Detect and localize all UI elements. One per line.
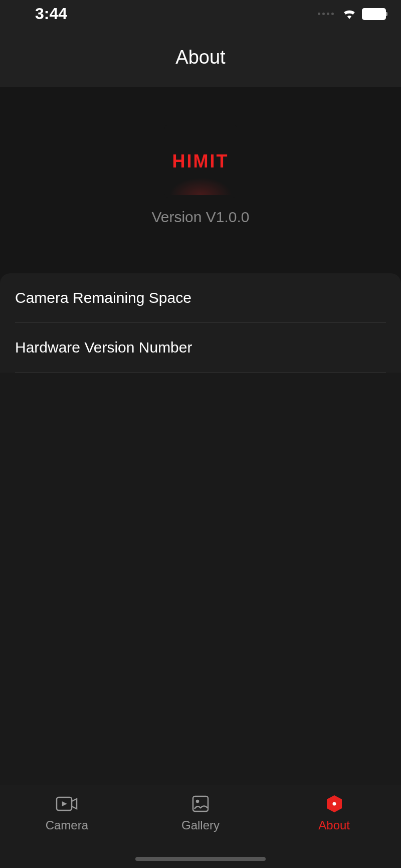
content-area: HIMIT Version V1.0.0 Camera Remaining Sp…: [0, 87, 401, 814]
tab-label: Camera: [46, 818, 88, 832]
tab-camera[interactable]: Camera: [0, 794, 134, 868]
status-time: 3:44: [35, 5, 67, 23]
page-title: About: [175, 47, 225, 68]
svg-point-4: [332, 802, 336, 806]
list-item-label: Hardware Version Number: [15, 339, 192, 356]
camera-icon: [56, 794, 78, 813]
wifi-icon: [342, 7, 357, 21]
svg-point-2: [196, 800, 198, 802]
tab-label: Gallery: [181, 818, 220, 832]
version-label: Version V1.0.0: [151, 209, 249, 226]
tab-bar: Camera Gallery About: [0, 785, 401, 868]
list-item-camera-space[interactable]: Camera Remaining Space: [15, 273, 386, 323]
page-header: About: [0, 28, 401, 87]
list-item-hardware-version[interactable]: Hardware Version Number: [15, 323, 386, 373]
tab-about[interactable]: About: [267, 794, 401, 868]
list-item-label: Camera Remaining Space: [15, 289, 191, 306]
home-indicator[interactable]: [135, 857, 266, 861]
status-icons: [318, 7, 386, 21]
about-icon: [325, 794, 344, 813]
battery-icon: [362, 8, 386, 20]
brand-name: HIMIT: [172, 151, 229, 172]
tab-label: About: [318, 818, 350, 832]
info-list: Camera Remaining Space Hardware Version …: [0, 273, 401, 814]
app-logo: HIMIT: [164, 125, 237, 198]
gallery-icon: [191, 794, 210, 813]
svg-rect-1: [193, 796, 208, 811]
status-bar: 3:44: [0, 0, 401, 28]
logo-region: HIMIT Version V1.0.0: [0, 125, 401, 226]
signal-dots-icon: [318, 13, 334, 15]
